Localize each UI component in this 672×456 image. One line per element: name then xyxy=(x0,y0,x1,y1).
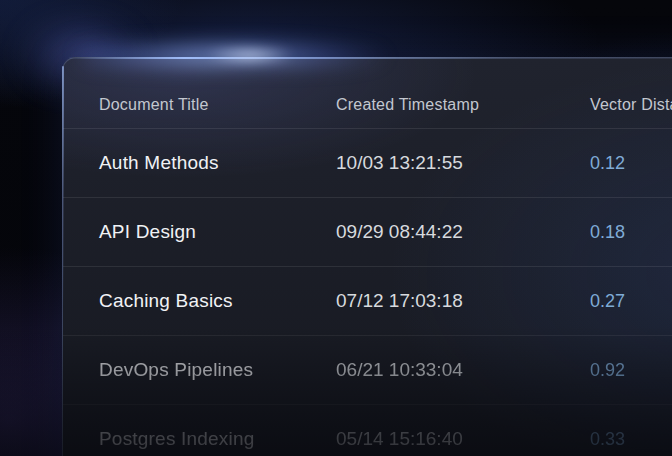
created-timestamp-cell: 07/12 17:03:18 xyxy=(336,290,590,312)
created-timestamp-cell: 10/03 13:21:55 xyxy=(336,152,590,174)
document-title-cell: Auth Methods xyxy=(99,152,336,174)
column-header-created-timestamp: Created Timestamp xyxy=(336,96,590,114)
documents-table-card: Document Title Created Timestamp Vector … xyxy=(62,57,672,456)
document-title-cell: Postgres Indexing xyxy=(99,428,336,450)
table-row[interactable]: Auth Methods 10/03 13:21:55 0.12 xyxy=(63,128,672,197)
vector-distance-cell: 0.33 xyxy=(590,429,672,450)
column-header-document-title: Document Title xyxy=(99,96,336,114)
vector-distance-cell: 0.12 xyxy=(590,153,672,174)
vector-distance-cell: 0.18 xyxy=(590,222,672,243)
document-title-cell: DevOps Pipelines xyxy=(99,359,336,381)
column-header-vector-distance: Vector Distance xyxy=(590,96,672,114)
table-row[interactable]: Caching Basics 07/12 17:03:18 0.27 xyxy=(63,266,672,335)
vector-distance-cell: 0.92 xyxy=(590,360,672,381)
document-title-cell: Caching Basics xyxy=(99,290,336,312)
created-timestamp-cell: 06/21 10:33:04 xyxy=(336,359,590,381)
page-background: Document Title Created Timestamp Vector … xyxy=(0,0,672,456)
table-row[interactable]: API Design 09/29 08:44:22 0.18 xyxy=(63,197,672,266)
created-timestamp-cell: 05/14 15:16:40 xyxy=(336,428,590,450)
table-row[interactable]: DevOps Pipelines 06/21 10:33:04 0.92 xyxy=(63,335,672,404)
table-header-row: Document Title Created Timestamp Vector … xyxy=(63,58,672,128)
vector-distance-cell: 0.27 xyxy=(590,291,672,312)
document-title-cell: API Design xyxy=(99,221,336,243)
created-timestamp-cell: 09/29 08:44:22 xyxy=(336,221,590,243)
table-row[interactable]: Postgres Indexing 05/14 15:16:40 0.33 xyxy=(63,404,672,456)
